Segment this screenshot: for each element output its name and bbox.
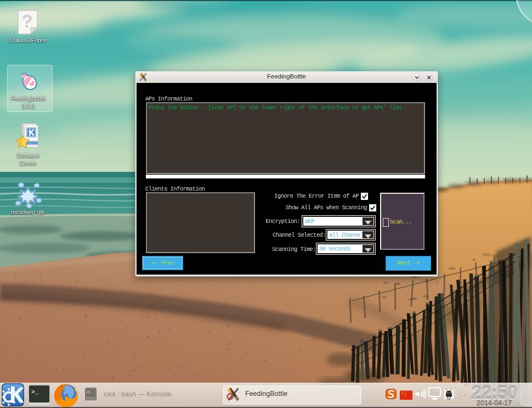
svg-text:>_: >_ [31, 389, 39, 395]
svg-text:?: ? [21, 10, 33, 31]
svg-text:>_: >_ [87, 390, 92, 394]
